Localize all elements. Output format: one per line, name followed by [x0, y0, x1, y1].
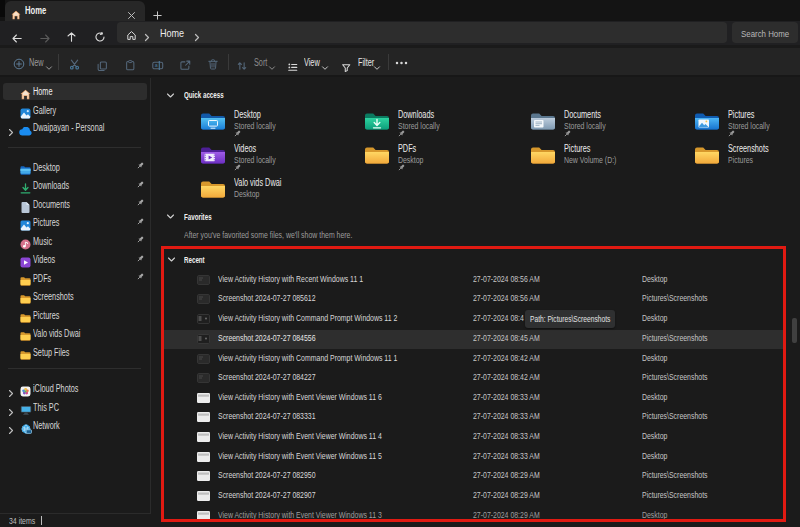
svg-text:a: a: [155, 62, 158, 68]
